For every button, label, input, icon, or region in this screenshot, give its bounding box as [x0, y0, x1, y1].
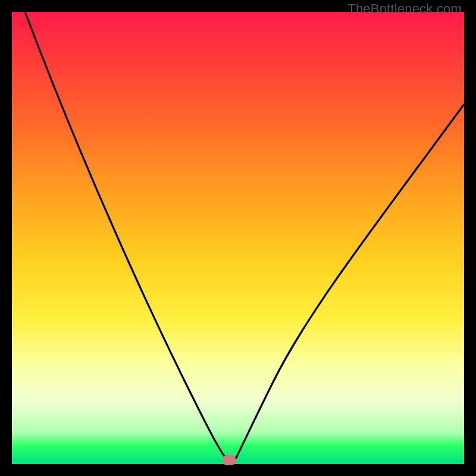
chart-background — [12, 12, 464, 464]
